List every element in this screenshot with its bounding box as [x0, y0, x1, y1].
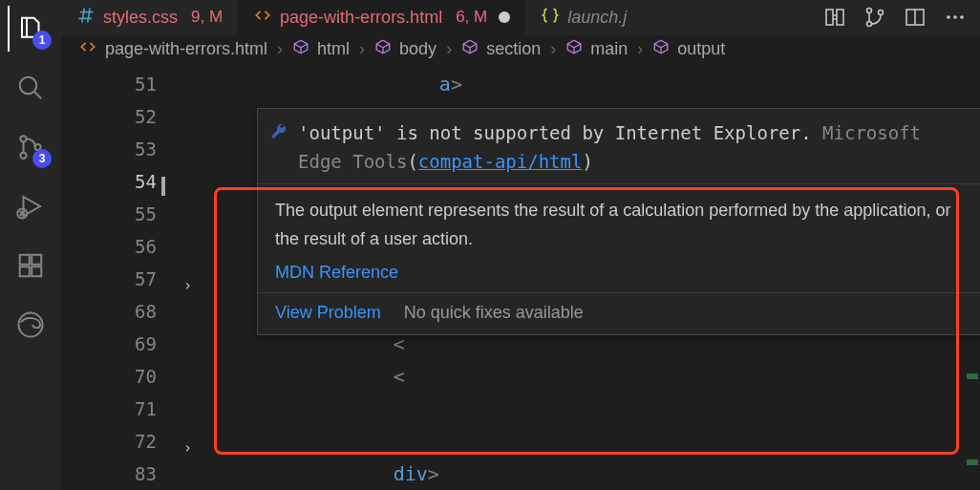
line-number: 52 [61, 100, 209, 133]
git-branch-icon [863, 6, 886, 29]
breadcrumb-label: output [677, 39, 725, 59]
editor-group: styles.css9, Mpage-with-errors.html6, Ml… [61, 0, 980, 490]
svg-point-0 [20, 77, 37, 95]
chevron-right-icon: › [277, 39, 283, 59]
activity-explorer[interactable]: 1 [8, 6, 53, 52]
activity-scm[interactable]: 3 [8, 124, 53, 170]
tab-2[interactable]: launch.j [525, 0, 642, 35]
svg-point-12 [867, 9, 872, 13]
extensions-icon [16, 251, 45, 280]
code-line[interactable]: a> [209, 68, 980, 100]
breadcrumb-main[interactable]: main [565, 38, 628, 60]
code-line[interactable] [209, 425, 980, 458]
tab-bar: styles.css9, Mpage-with-errors.html6, Ml… [61, 0, 980, 35]
breadcrumb-label: main [590, 39, 628, 59]
line-number: 72› [61, 425, 209, 458]
explorer-badge: 1 [32, 31, 52, 50]
breadcrumb-page-with-errors.html[interactable]: page-with-errors.html [78, 37, 267, 61]
code-icon [253, 6, 272, 30]
tab-filename: page-with-errors.html [280, 8, 442, 28]
svg-rect-6 [20, 266, 30, 276]
hover-no-fixes: No quick fixes available [404, 303, 584, 323]
tab-filename: launch.j [567, 8, 627, 28]
search-icon [16, 74, 45, 102]
line-number: 71 [61, 393, 209, 425]
code-icon [78, 37, 97, 61]
tab-status: 9, M [191, 8, 223, 27]
breadcrumb-html[interactable]: html [292, 38, 350, 60]
svg-point-1 [20, 136, 26, 141]
line-number: 53 [61, 133, 209, 165]
hover-view-problem[interactable]: View Problem [275, 303, 381, 323]
chevron-right-icon: › [637, 39, 643, 59]
tab-status: 6, M [456, 8, 487, 27]
line-number: 68 [61, 295, 209, 328]
dirty-indicator-icon [499, 11, 510, 23]
activity-extensions[interactable] [8, 243, 53, 288]
branch-button[interactable] [863, 6, 886, 29]
activity-search[interactable] [8, 65, 53, 111]
code-line[interactable]: div> [209, 458, 980, 490]
chevron-right-icon: › [550, 39, 556, 59]
breadcrumbs[interactable]: page-with-errors.html›html›body›section›… [61, 35, 980, 64]
tab-filename: styles.css [103, 8, 178, 28]
svg-point-18 [960, 16, 964, 20]
more-actions-button[interactable] [944, 6, 967, 29]
hash-icon [76, 6, 96, 30]
svg-point-17 [953, 16, 957, 20]
breadcrumb-label: html [317, 39, 350, 59]
chevron-right-icon: › [359, 39, 365, 59]
line-number: 70 [61, 360, 209, 393]
breadcrumb-body[interactable]: body [374, 38, 437, 60]
line-number: 54 [61, 165, 209, 198]
symbol-block-icon [292, 38, 309, 60]
code-line[interactable]: < [209, 360, 980, 393]
tab-0[interactable]: styles.css9, M [61, 0, 238, 35]
hover-rule-link[interactable]: compat-api/html [418, 151, 583, 172]
breadcrumb-section[interactable]: section [461, 38, 541, 60]
svg-rect-7 [32, 266, 41, 276]
symbol-block-icon [565, 38, 583, 60]
tab-1[interactable]: page-with-errors.html6, M [238, 0, 525, 35]
svg-point-13 [867, 22, 872, 27]
code-line[interactable] [209, 393, 980, 425]
editor[interactable]: 51525354555657›6869707172›83 a> div> art… [61, 64, 980, 490]
code-area[interactable]: a> div> article> <output < < div> [209, 64, 980, 490]
svg-rect-8 [32, 255, 41, 265]
activity-bar: 1 3 [0, 0, 61, 490]
debug-icon [16, 192, 45, 221]
hover-mdn-link[interactable]: MDN Reference [275, 263, 398, 282]
breadcrumb-label: page-with-errors.html [105, 39, 267, 59]
breadcrumb-output[interactable]: output [652, 38, 725, 60]
svg-point-2 [20, 153, 26, 159]
edge-icon [16, 310, 45, 339]
breadcrumb-label: body [399, 39, 437, 59]
split-icon [904, 6, 927, 29]
split-editor-button[interactable] [904, 6, 927, 29]
line-number: 57› [61, 263, 209, 295]
line-number: 51 [61, 68, 209, 100]
compare-changes-button[interactable] [823, 6, 846, 29]
svg-rect-10 [826, 10, 833, 25]
activity-debug[interactable] [8, 183, 53, 229]
hover-message: 'output' is not supported by Internet Ex… [298, 118, 967, 176]
hover-widget: 'output' is not supported by Internet Ex… [257, 108, 980, 335]
symbol-block-icon [461, 38, 479, 60]
diff-icon [823, 6, 846, 29]
scm-badge: 3 [32, 149, 52, 168]
gutter: 51525354555657›6869707172›83 [61, 64, 209, 490]
line-number: 56 [61, 230, 209, 263]
breadcrumb-label: section [486, 39, 541, 59]
line-number: 69 [61, 328, 209, 360]
activity-edge[interactable] [8, 302, 53, 348]
svg-point-14 [879, 11, 884, 15]
hover-description: The output element represents the result… [258, 184, 980, 263]
ellipsis-icon [944, 6, 967, 29]
braces-icon [541, 6, 560, 30]
symbol-block-icon [374, 38, 392, 60]
chevron-right-icon: › [446, 39, 452, 59]
svg-rect-5 [20, 255, 30, 265]
symbol-block-icon [652, 38, 670, 60]
line-number: 83 [61, 458, 209, 490]
svg-point-9 [19, 313, 43, 337]
